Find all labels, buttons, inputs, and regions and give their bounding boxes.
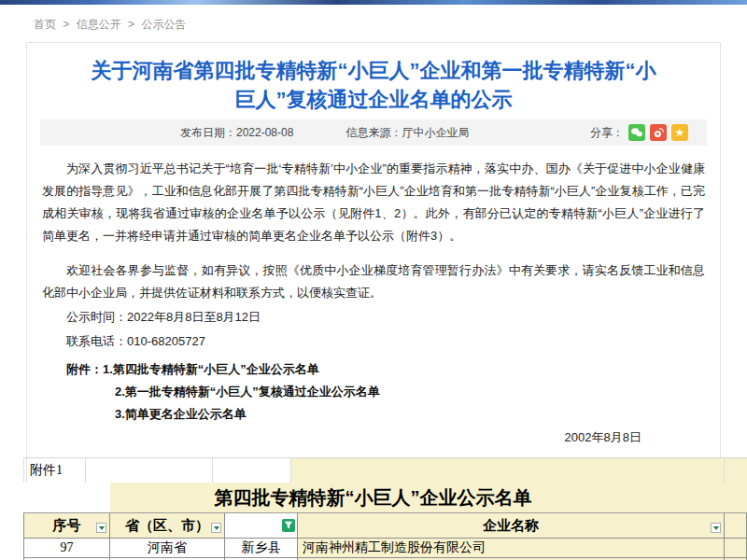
sheet-title: 第四批专精特新“小巨人”企业公示名单 — [23, 483, 723, 512]
annex-spreadsheet: 附件1 第四批专精特新“小巨人”企业公示名单 序号 省（区、市） — [23, 457, 747, 560]
breadcrumb-home[interactable]: 首页 — [34, 18, 56, 31]
empty-cell — [291, 458, 725, 483]
cell-county: 新乡县 — [225, 539, 298, 558]
header-overflow-cell — [725, 513, 747, 539]
article-paragraph: 为深入贯彻习近平总书记关于“培育一批‘专精特新’中小企业”的重要指示精神，落实中… — [42, 158, 705, 247]
header-company-label: 企业名称 — [483, 517, 539, 535]
attachment-1-text: 1.第四批专精特新“小巨人”企业公示名单 — [103, 362, 319, 376]
header-cell-province: 省（区、市） — [110, 513, 225, 539]
header-cell-company: 企业名称 — [298, 513, 725, 539]
filter-dropdown-icon[interactable] — [711, 523, 721, 533]
breadcrumb-announcements[interactable]: 公示公告 — [141, 18, 186, 31]
attachment-link-3[interactable]: 3.简单更名企业公示名单 — [42, 403, 705, 426]
header-province-label: 省（区、市） — [125, 517, 209, 535]
header-cell-seq: 序号 — [23, 513, 110, 539]
article-meta-bar: 发布日期： 2022-08-08 信息来源： 厅中小企业局 分享： ★ — [40, 119, 707, 146]
page-title: 关于河南省第四批专精特新“小巨人”企业和第一批专精特新“小巨人”复核通过企业名单… — [89, 56, 658, 114]
header-seq-label: 序号 — [53, 517, 81, 535]
empty-cell — [86, 458, 213, 483]
sheet-header-row: 序号 省（区、市） 企业名称 — [23, 513, 747, 539]
source-label: 信息来源： — [345, 125, 402, 141]
attachment-label: 附件： — [66, 362, 103, 376]
sheet-title-row: 第四批专精特新“小巨人”企业公示名单 — [23, 483, 747, 513]
annex-label-row: 附件1 — [23, 457, 747, 483]
article-container: 关于河南省第四批专精特新“小巨人”企业和第一批专精特新“小巨人”复核通过企业名单… — [26, 42, 721, 560]
source-value: 厅中小企业局 — [402, 125, 469, 141]
annex-label-cell: 附件1 — [23, 458, 86, 483]
breadcrumb-separator: > — [128, 18, 134, 31]
breadcrumb: 首页 > 信息公开 > 公示公告 — [0, 5, 747, 33]
attachment-list: 附件：1.第四批专精特新“小巨人”企业公示名单 2.第一批专精特新“小巨人”复核… — [42, 358, 705, 426]
empty-cell — [725, 458, 747, 483]
filter-dropdown-icon[interactable] — [96, 523, 106, 533]
article-paragraph: 欢迎社会各界参与监督，如有异议，按照《优质中小企业梯度培育管理暂行办法》中有关要… — [42, 259, 705, 304]
attachment-link-2[interactable]: 2.第一批专精特新“小巨人”复核通过企业公示名单 — [42, 381, 705, 403]
page: { "breadcrumb": { "separator": ">", "ite… — [0, 0, 747, 560]
publicity-period-line: 公示时间：2022年8月8日至8月12日 — [42, 306, 705, 329]
header-cell-county — [225, 513, 298, 539]
contact-phone-line: 联系电话：010-68205727 — [42, 330, 705, 353]
filter-funnel-icon[interactable] — [282, 519, 295, 532]
wechat-share-icon[interactable] — [628, 124, 645, 141]
share-group: 分享： ★ — [590, 124, 688, 141]
sign-date: 2002年8月8日 — [27, 429, 641, 446]
breadcrumb-separator: > — [63, 18, 69, 31]
publish-date-value: 2022-08-08 — [236, 126, 293, 139]
filter-dropdown-icon[interactable] — [211, 523, 221, 533]
share-label: 分享： — [590, 125, 624, 141]
cell-seq: 97 — [23, 539, 110, 558]
favorite-star-icon[interactable]: ★ — [671, 124, 688, 141]
cell-province: 河南省 — [110, 539, 225, 558]
publish-date-label: 发布日期： — [180, 125, 236, 141]
table-row: 97 河南省 新乡县 河南神州精工制造股份有限公司 — [23, 539, 747, 558]
attachment-link-1[interactable]: 附件：1.第四批专精特新“小巨人”企业公示名单 — [42, 358, 705, 381]
empty-cell — [213, 458, 291, 483]
cell-company: 河南神州精工制造股份有限公司 — [298, 539, 725, 558]
breadcrumb-info-disclosure[interactable]: 信息公开 — [77, 18, 121, 31]
overflow-cell — [725, 539, 747, 558]
weibo-share-icon[interactable] — [650, 124, 667, 141]
